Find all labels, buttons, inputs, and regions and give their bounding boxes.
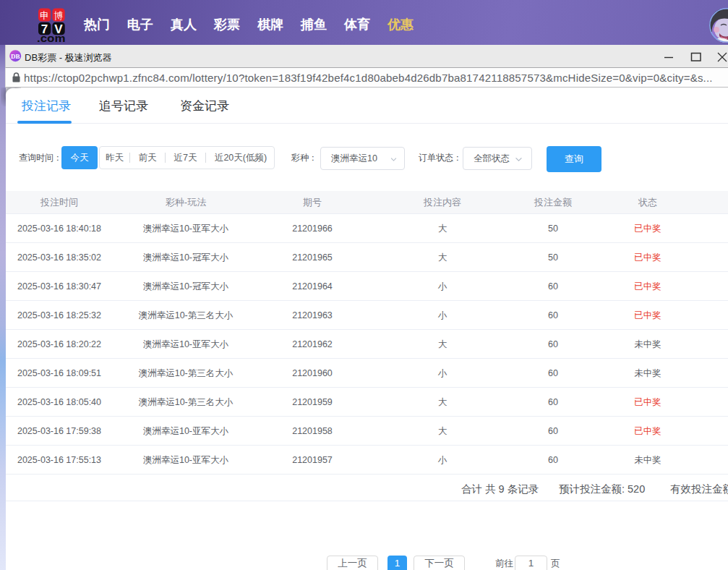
svg-text:博: 博 [54, 10, 64, 21]
svg-text:申: 申 [40, 10, 49, 21]
svg-text:.com: .com [37, 33, 66, 43]
svg-text:DB: DB [11, 53, 20, 60]
